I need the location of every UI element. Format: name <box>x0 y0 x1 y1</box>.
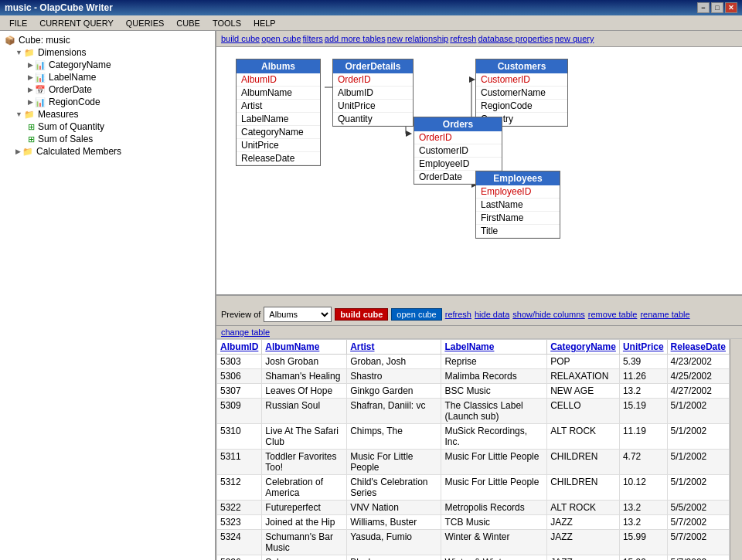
expand-icon[interactable]: ▶ <box>28 61 33 69</box>
link-database-properties[interactable]: database properties <box>478 34 553 43</box>
link-new-query[interactable]: new query <box>555 34 594 43</box>
build-cube-button[interactable]: build cube <box>335 308 388 321</box>
dim-categoryname[interactable]: ▶ 📊 CategoryName <box>3 59 212 71</box>
table-header-row: AlbumID AlbumName Artist LabelName Categ… <box>217 340 730 355</box>
col-albumname[interactable]: AlbumName <box>262 340 347 355</box>
expand-dimensions-icon[interactable]: ▼ <box>15 49 22 56</box>
minimize-button[interactable]: − <box>697 2 710 13</box>
col-releasedate[interactable]: ReleaseDate <box>667 340 729 355</box>
table-row[interactable]: 5322FutureperfectVNV NationMetropolis Re… <box>217 501 730 515</box>
menu-queries[interactable]: QUERIES <box>120 17 171 29</box>
table-cell: Winter & Winter <box>441 555 547 561</box>
link-hide-data[interactable]: hide data <box>475 310 509 319</box>
table-cell: 13.2 <box>619 384 667 399</box>
table-employees[interactable]: Employees EmployeeID LastName FirstName … <box>475 171 560 239</box>
data-table: AlbumID AlbumName Artist LabelName Categ… <box>216 339 730 560</box>
col-unitprice[interactable]: UnitPrice <box>619 340 667 355</box>
dim-labelname[interactable]: ▶ 📊 LabelName <box>3 71 212 83</box>
preview-toolbar: Preview of Albums OrderDetails Customers… <box>216 304 742 326</box>
open-cube-button[interactable]: open cube <box>391 308 441 321</box>
measure-sum-quantity[interactable]: ⊞ Sum of Quantity <box>3 120 212 133</box>
link-remove-table[interactable]: remove table <box>588 310 638 319</box>
field-employeeid: EmployeeID <box>476 185 560 199</box>
link-rename-table[interactable]: rename table <box>640 310 689 319</box>
table-cell: ALT ROCK <box>547 424 620 450</box>
preview-scrollbar[interactable] <box>730 339 742 560</box>
field-unitprice: UnitPrice <box>333 100 413 113</box>
table-cell: 5323 <box>217 515 262 530</box>
menu-tools[interactable]: TOOLS <box>206 17 247 29</box>
table-row[interactable]: 5307Leaves Of HopeGinkgo GardenBSC Music… <box>217 384 730 399</box>
table-cell: 5/1/2002 <box>667 424 729 450</box>
table-cell: Williams, Buster <box>347 515 441 530</box>
table-cell: 5/1/2002 <box>667 450 729 475</box>
col-albumid[interactable]: AlbumID <box>217 340 262 355</box>
dim-regioncode[interactable]: ▶ 📊 RegionCode <box>3 96 212 108</box>
table-cell: 11.26 <box>619 369 667 384</box>
close-button[interactable]: ✕ <box>725 2 737 13</box>
field-releasedate: ReleaseDate <box>237 152 320 165</box>
menu-file[interactable]: FILE <box>3 17 33 29</box>
table-cell: 5/7/2002 <box>667 555 729 561</box>
expand-measures-icon[interactable]: ▼ <box>15 110 22 118</box>
preview-table-select[interactable]: Albums OrderDetails Customers Orders Emp… <box>264 307 332 322</box>
table-cell: TCB Music <box>441 515 547 530</box>
menu-cube[interactable]: CUBE <box>170 17 206 29</box>
table-cell: Shastro <box>347 369 441 384</box>
measures-folder[interactable]: ▼ 📁 Measures <box>3 108 212 120</box>
canvas-main: Albums AlbumID AlbumName Artist LabelNam… <box>216 47 742 304</box>
col-categoryname[interactable]: CategoryName <box>547 340 620 355</box>
window-controls: − □ ✕ <box>697 2 737 13</box>
table-row[interactable]: 5306Shaman's HealingShastroMalimba Recor… <box>217 369 730 384</box>
measure-sum-sales[interactable]: ⊞ Sum of Sales <box>3 133 212 145</box>
link-open-cube[interactable]: open cube <box>261 34 301 43</box>
table-cell: 13.2 <box>619 501 667 515</box>
calculated-members-folder[interactable]: ▶ 📁 Calculated Members <box>3 145 212 158</box>
table-row[interactable]: 5309Russian SoulShafran, Daniil: vcThe C… <box>217 399 730 424</box>
col-artist[interactable]: Artist <box>347 340 441 355</box>
field-artist: Artist <box>237 100 320 113</box>
field-lastname: LastName <box>476 199 560 212</box>
table-row[interactable]: 5310Live At The Safari ClubChimps, TheMu… <box>217 424 730 450</box>
table-row[interactable]: 5312Celebration of AmericaChild's Celebr… <box>217 475 730 501</box>
menu-help[interactable]: HELP <box>247 17 282 29</box>
expand-icon[interactable]: ▶ <box>28 73 33 81</box>
table-cell: Chimps, The <box>347 424 441 450</box>
expand-icon[interactable]: ▶ <box>28 98 33 106</box>
table-orders-header: Orders <box>414 117 502 131</box>
link-change-table[interactable]: change table <box>221 328 270 337</box>
folder-icon: 📁 <box>22 147 33 157</box>
expand-calc-icon[interactable]: ▶ <box>15 148 21 155</box>
table-cell: Splay <box>262 555 347 561</box>
field-employeeid: EmployeeID <box>414 158 502 171</box>
table-row[interactable]: 5303Josh GrobanGroban, JoshReprisePOP5.3… <box>217 355 730 369</box>
table-albums[interactable]: Albums AlbumID AlbumName Artist LabelNam… <box>236 59 321 166</box>
table-cell: Child's Celebration Series <box>347 475 441 501</box>
link-build-cube[interactable]: build cube <box>221 34 260 43</box>
link-show-hide-columns[interactable]: show/hide columns <box>512 310 585 319</box>
dimensions-folder[interactable]: ▼ 📁 Dimensions <box>3 46 212 59</box>
table-cell: ALT ROCK <box>547 501 620 515</box>
table-row[interactable]: 5326SplayBlack, Jim/AlasnoaxisWinter & W… <box>217 555 730 561</box>
col-labelname[interactable]: LabelName <box>441 340 547 355</box>
link-filters[interactable]: filters <box>303 34 323 43</box>
table-row[interactable]: 5323Joined at the HipWilliams, BusterTCB… <box>217 515 730 530</box>
link-refresh[interactable]: refresh <box>450 34 476 43</box>
canvas-area[interactable]: Albums AlbumID AlbumName Artist LabelNam… <box>216 47 742 296</box>
link-new-relationship[interactable]: new relationship <box>387 34 449 43</box>
field-quantity: Quantity <box>333 113 413 126</box>
table-row[interactable]: 5311Toddler Favorites Too!Music For Litt… <box>217 450 730 475</box>
table-cell: 5312 <box>217 475 262 501</box>
table-row[interactable]: 5324Schumann's Bar MusicYasuda, FumioWin… <box>217 530 730 555</box>
table-cell: Celebration of America <box>262 475 347 501</box>
table-orderdetails[interactable]: OrderDetails OrderID AlbumID UnitPrice Q… <box>332 59 414 127</box>
field-orderid: OrderID <box>414 131 502 144</box>
menu-current-query[interactable]: CURRENT QUERY <box>33 17 120 29</box>
link-add-more-tables[interactable]: add more tables <box>325 34 386 43</box>
table-cell: The Classics Label (Launch sub) <box>441 399 547 424</box>
maximize-button[interactable]: □ <box>711 2 723 13</box>
expand-icon[interactable]: ▶ <box>28 86 33 93</box>
data-table-container[interactable]: AlbumID AlbumName Artist LabelName Categ… <box>216 339 730 560</box>
link-preview-refresh[interactable]: refresh <box>445 310 471 319</box>
dim-orderdate[interactable]: ▶ 📅 OrderDate <box>3 83 212 96</box>
